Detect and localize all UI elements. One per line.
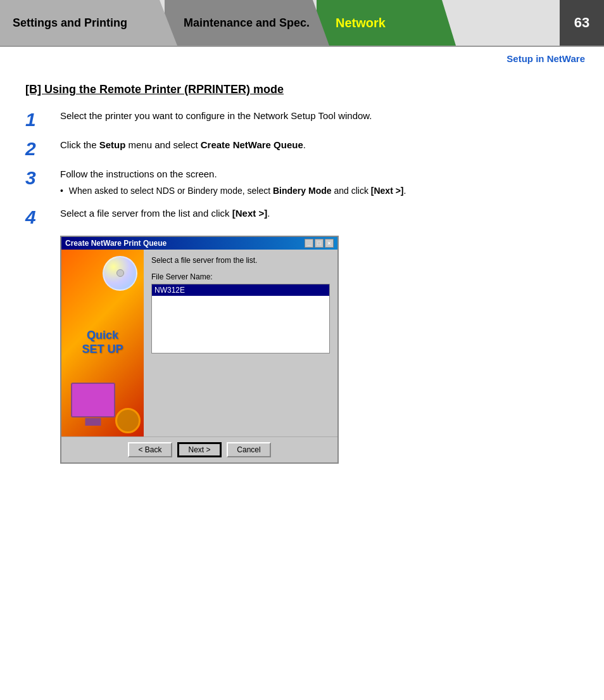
- step-4-text: Select a file server from the list and c…: [60, 207, 579, 221]
- tab-maintenance[interactable]: Maintenance and Spec.: [165, 0, 329, 46]
- step-4: 4 Select a file server from the list and…: [25, 207, 579, 227]
- dialog-window: Create NetWare Print Queue _ □ × Quick S…: [60, 236, 339, 464]
- dialog-titlebar-buttons: _ □ ×: [305, 239, 334, 248]
- step-list: 1 Select the printer you want to configu…: [25, 109, 579, 227]
- step-number-1: 1: [25, 109, 60, 129]
- main-content: [B] Using the Remote Printer (RPRINTER) …: [0, 64, 604, 489]
- dialog-buttons: < Back Next > Cancel: [61, 436, 337, 462]
- maximize-button[interactable]: □: [315, 239, 324, 248]
- tab-settings[interactable]: Settings and Printing: [0, 0, 177, 46]
- tab-maintenance-label: Maintenance and Spec.: [184, 16, 310, 30]
- step-2-middle: menu and select: [125, 139, 200, 150]
- tab-network-label: Network: [336, 16, 386, 30]
- gear-decoration: [115, 408, 141, 433]
- step-2: 2 Click the Setup menu and select Create…: [25, 138, 579, 158]
- header-bar: Settings and Printing Maintenance and Sp…: [0, 0, 604, 47]
- dialog-right: Select a file server from the list. File…: [144, 250, 337, 436]
- step-3-text: Follow the instructions on the screen. W…: [60, 167, 579, 198]
- file-server-item[interactable]: NW312E: [152, 284, 329, 296]
- dialog-instruction: Select a file server from the list.: [151, 256, 330, 265]
- step-3: 3 Follow the instructions on the screen.…: [25, 167, 579, 198]
- dialog-body: Quick SET UP Select a file server from t…: [61, 250, 337, 436]
- step-2-bold1: Setup: [99, 139, 126, 150]
- step-2-before: Click the: [60, 139, 99, 150]
- dialog-container: Create NetWare Print Queue _ □ × Quick S…: [60, 236, 579, 464]
- step-number-4: 4: [25, 207, 60, 227]
- minimize-button[interactable]: _: [305, 239, 313, 248]
- dialog-titlebar: Create NetWare Print Queue _ □ ×: [61, 237, 337, 250]
- step-1-text: Select the printer you want to configure…: [60, 109, 579, 124]
- step-number-2: 2: [25, 138, 60, 158]
- back-button[interactable]: < Back: [128, 442, 172, 457]
- step-2-bold2: Create NetWare Queue: [201, 139, 303, 150]
- tab-network[interactable]: Network: [317, 0, 456, 46]
- close-button[interactable]: ×: [325, 239, 334, 248]
- step-number-3: 3: [25, 167, 60, 188]
- setup-in-netware-label: Setup in NetWare: [0, 47, 604, 64]
- section-heading: [B] Using the Remote Printer (RPRINTER) …: [25, 83, 579, 96]
- file-server-label: File Server Name:: [151, 272, 330, 281]
- file-server-list[interactable]: NW312E: [151, 284, 330, 353]
- cd-disc-decoration: [103, 256, 137, 291]
- step-2-after: .: [303, 139, 306, 150]
- sidebar-text: Quick SET UP: [82, 329, 123, 356]
- step-2-text: Click the Setup menu and select Create N…: [60, 138, 579, 153]
- tab-settings-label: Settings and Printing: [13, 16, 127, 30]
- step-1: 1 Select the printer you want to configu…: [25, 109, 579, 129]
- dialog-sidebar: Quick SET UP: [61, 250, 144, 436]
- step-3-sub: When asked to select NDS or Bindery mode…: [60, 184, 579, 198]
- cancel-button[interactable]: Cancel: [227, 442, 271, 457]
- monitor-decoration: [71, 383, 115, 417]
- page-number: 63: [560, 0, 604, 46]
- dialog-title: Create NetWare Print Queue: [65, 239, 167, 248]
- next-button[interactable]: Next >: [177, 442, 222, 457]
